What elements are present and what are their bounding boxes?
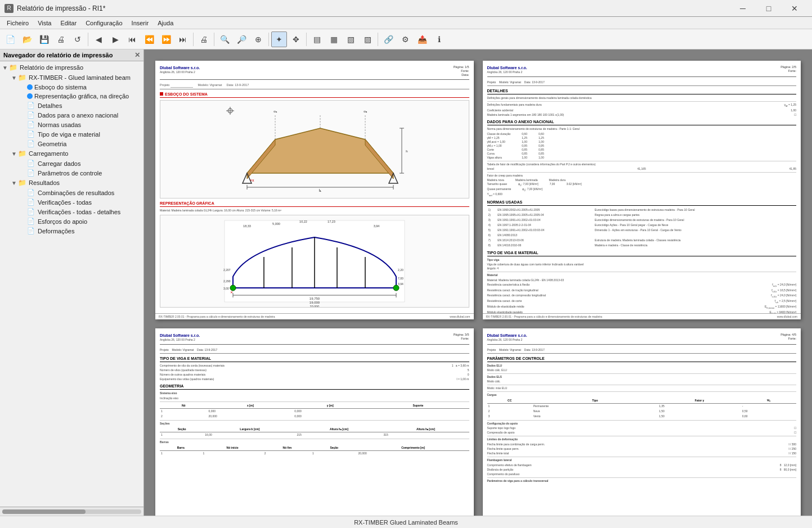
tree-item-carregar[interactable]: 📄 Carregar dados (0, 159, 143, 168)
svg-point-30 (393, 285, 399, 291)
page-view2-button[interactable]: ▦ (326, 31, 342, 47)
menu-bar: Ficheiro Vista Editar Configuração Inser… (0, 17, 812, 29)
menu-configuracao[interactable]: Configuração (81, 19, 127, 28)
file-name-4: Forte: (780, 337, 796, 341)
nav-forward-button[interactable]: ▶ (107, 31, 123, 47)
status-text: RX-TIMBER Glued Laminated Beams (354, 519, 458, 526)
section-detalhes: DETALHES (487, 88, 797, 94)
tree-item-normas[interactable]: 📄 Normas usadas (0, 120, 143, 129)
tree-item-root[interactable]: ▼ 📁 Relatório de impressão (0, 62, 143, 73)
info-button[interactable]: ℹ (431, 31, 447, 47)
status-bar: RX-TIMBER Glued Laminated Beams (0, 516, 812, 528)
tree-item-verificacoes[interactable]: 📄 Verificações - todas (0, 197, 143, 207)
app-icon: R (5, 4, 14, 13)
tree-item-parametros[interactable]: 📄 Parâmetros de controle (0, 168, 143, 178)
doc-icon: 📄 (27, 121, 36, 128)
search-button[interactable]: 🔍 (217, 31, 232, 47)
toolbar-separator-3 (214, 33, 214, 46)
arrow-icon: ▼ (11, 75, 18, 81)
tree-label: Relatório de impressão (20, 64, 83, 71)
menu-ficheiro[interactable]: Ficheiro (2, 19, 33, 28)
refresh-left-button[interactable]: ↺ (70, 31, 86, 47)
menu-editar[interactable]: Editar (56, 19, 81, 28)
doc-icon: 📄 (27, 227, 36, 234)
tree-label: Verificações - todas (38, 199, 92, 206)
menu-vista[interactable]: Vista (33, 19, 56, 28)
page-view1-button[interactable]: ▤ (309, 31, 325, 47)
tree-item-rxtimber[interactable]: ▼ 📁 RX-TIMBER - Glued laminated beam (0, 73, 143, 83)
move-button[interactable]: ✥ (288, 31, 304, 47)
company-address-4: Anglicka 26, 120 00 Praha 2 (487, 338, 527, 342)
doc-icon: 📄 (27, 111, 36, 119)
nav-prev-button[interactable]: ⏪ (141, 31, 157, 47)
tree-container[interactable]: ▼ 📁 Relatório de impressão ▼ 📁 RX-TIMBER… (0, 61, 143, 507)
doc-icon: 📄 (27, 189, 36, 196)
menu-inserir[interactable]: Inserir (127, 19, 154, 28)
tree-item-resultados[interactable]: ▼ 📁 Resultados (0, 178, 143, 188)
tree-item-tipo[interactable]: 📄 Tipo de viga e material (0, 129, 143, 139)
tree-item-deformacoes[interactable]: 📄 Deformações (0, 226, 143, 236)
tree-item-esboco[interactable]: Esboço do sistema (0, 83, 143, 92)
close-button[interactable]: ✕ (782, 0, 807, 17)
tree-label: Parâmetros de controle (38, 170, 102, 177)
geometria-content: Sistema eixo Inclinação eixo Nóx [m]y [m… (160, 391, 469, 456)
file-name-3: Forte: (454, 337, 469, 341)
page-view3-button[interactable]: ▧ (343, 31, 358, 47)
search2-button[interactable]: 🔎 (234, 31, 249, 47)
page-3-content: Dlubal Software s.r.o. Anglicka 26, 120 … (155, 328, 474, 462)
normas-table: 1)EN 1990:2002+A1:2005+A1:2005Eurocódigo… (487, 207, 797, 248)
tree-item-detalhes[interactable]: 📄 Detalhes (0, 101, 143, 110)
zoom-button[interactable]: ⊕ (250, 31, 266, 47)
field-data-label: Data: 13-9-2017 (226, 83, 249, 87)
nav-last-button[interactable]: ⏭ (175, 31, 191, 47)
toolbar-separator-2 (193, 33, 194, 46)
section-tipo-3: TIPO DE VIGA E MATERIAL (160, 356, 469, 362)
tree-item-verificacoes-det[interactable]: 📄 Verificações - todas - detalhes (0, 207, 143, 216)
parametros-content: Dados ELU Modo cálc. ELU Dados ELS Modo … (487, 364, 797, 483)
sidebar-scrollbar[interactable] (0, 507, 143, 516)
sidebar-close-button[interactable]: ✕ (134, 51, 140, 59)
minimize-button[interactable]: ─ (730, 0, 756, 17)
page-view4-button[interactable]: ▨ (360, 31, 375, 47)
page-3: Dlubal Software s.r.o. Anglicka 26, 120 … (155, 328, 474, 516)
tree-item-representacao[interactable]: Representação gráfica, na direção (0, 92, 143, 101)
nav-back-button[interactable]: ◀ (91, 31, 106, 47)
print-button[interactable]: 🖨 (53, 31, 69, 47)
maximize-button[interactable]: □ (756, 0, 782, 17)
content-area[interactable]: Dlubal Software s.r.o. Anglicka 26, 120 … (144, 49, 812, 516)
tree-item-esforcos[interactable]: 📄 Esforços do apoio (0, 216, 143, 226)
nav-first-button[interactable]: ⏮ (124, 31, 140, 47)
main-layout: Navegador do relatório de impressão ✕ ▼ … (0, 49, 812, 516)
svg-text:17,23: 17,23 (328, 220, 335, 223)
pointer-button[interactable]: ✦ (271, 31, 287, 47)
link-button[interactable]: 🔗 (380, 31, 396, 47)
open-button[interactable]: 📂 (19, 31, 35, 47)
page-2-footer: RX-TIMBER 2.00.01 - Programa para a cálc… (483, 313, 801, 320)
tree-item-dados[interactable]: 📄 Dados para o anexo nacional (0, 110, 143, 120)
tree-item-combinacoes[interactable]: 📄 Combinações de resultados (0, 188, 143, 197)
tipo-3-content: Comprimento de vão da corda (travessas) … (160, 364, 469, 381)
page-number: Página: 1/5 (454, 65, 469, 69)
field-data: Data: 13-9-2017 (226, 83, 249, 87)
section-normas: NORMAS USADAS (487, 200, 797, 206)
section-geometria: GEOMETRIA (160, 383, 469, 390)
new-button[interactable]: 📄 (2, 31, 18, 47)
menu-ajuda[interactable]: Ajuda (153, 19, 178, 28)
page-info-2: Página: 2/5 Forte: (780, 65, 796, 73)
footer-url: www.dlubal.com (450, 315, 470, 319)
svg-text:19,000: 19,000 (309, 301, 320, 304)
options-button[interactable]: ⚙ (397, 31, 413, 47)
toolbar-separator-5 (306, 33, 307, 46)
fields-text-2: Projeto Modelo: Vigramat Data: 13-9-2017 (487, 80, 545, 84)
tree-item-carregamento[interactable]: ▼ 📁 Carregamento (0, 148, 143, 159)
nav-next-button[interactable]: ⏩ (158, 31, 174, 47)
page-footer: RX-TIMBER 2.00.01 - Programa para a cálc… (155, 313, 474, 320)
geo-table: Nóx [m]y [m]Suporte 10,0000,000 220,0000… (160, 403, 469, 419)
export-button[interactable]: 📤 (414, 31, 430, 47)
company-name: Dlubal Software s.r.o. (160, 65, 200, 70)
print2-button[interactable]: 🖨 (196, 31, 212, 47)
tree-item-geometria[interactable]: 📄 Geometria (0, 139, 143, 148)
save-button[interactable]: 💾 (36, 31, 52, 47)
fields-text-3: Projeto Modelo: Vigramat Data: 13-9-2017 (160, 348, 217, 352)
toolbar-separator-4 (268, 33, 269, 46)
